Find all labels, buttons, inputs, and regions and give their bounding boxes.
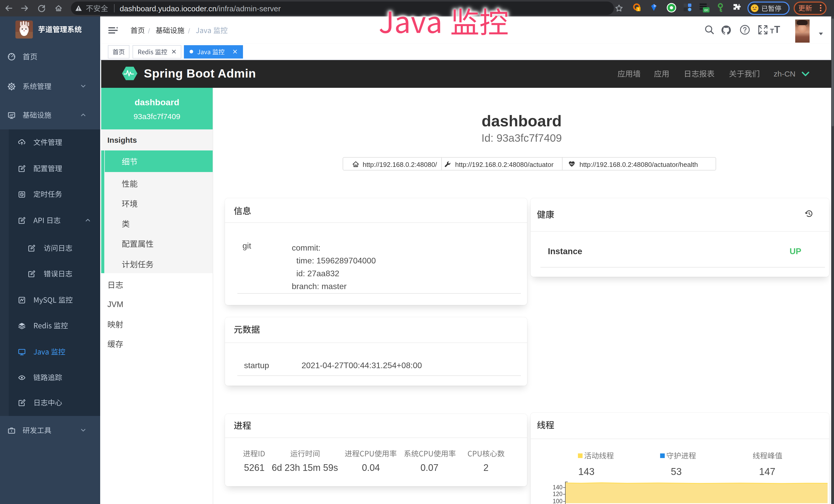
svg-text:1: 1 <box>637 7 639 11</box>
svg-text:on: on <box>704 8 708 12</box>
